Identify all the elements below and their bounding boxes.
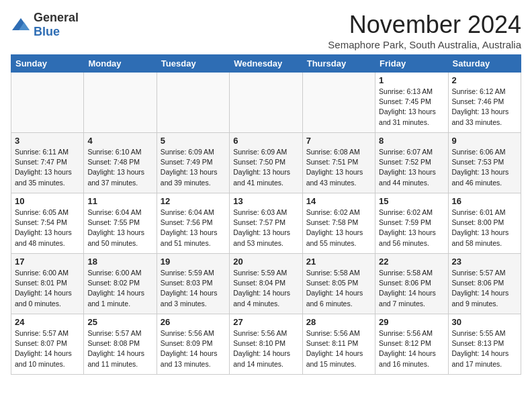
day-info: Sunrise: 6:09 AMSunset: 7:49 PMDaylight:… [161, 147, 226, 188]
day-cell: 14Sunrise: 6:02 AMSunset: 7:58 PMDayligh… [302, 193, 375, 254]
col-header-thursday: Thursday [302, 55, 375, 73]
day-info: Sunrise: 5:57 AMSunset: 8:06 PMDaylight:… [452, 268, 517, 309]
day-info: Sunrise: 6:00 AMSunset: 8:01 PMDaylight:… [15, 268, 80, 309]
week-row-2: 3Sunrise: 6:11 AMSunset: 7:47 PMDaylight… [11, 133, 521, 193]
day-cell: 9Sunrise: 6:06 AMSunset: 7:53 PMDaylight… [448, 133, 521, 193]
day-number: 10 [15, 196, 80, 206]
day-info: Sunrise: 6:00 AMSunset: 8:02 PMDaylight:… [87, 268, 152, 309]
day-number: 18 [87, 257, 152, 267]
col-header-saturday: Saturday [448, 55, 521, 73]
logo: General Blue [11, 11, 79, 39]
day-number: 28 [306, 317, 371, 327]
day-info: Sunrise: 5:59 AMSunset: 8:04 PMDaylight:… [233, 268, 298, 309]
day-number: 8 [379, 136, 444, 146]
day-number: 16 [452, 196, 517, 206]
day-cell: 16Sunrise: 6:01 AMSunset: 8:00 PMDayligh… [448, 193, 521, 254]
day-info: Sunrise: 5:58 AMSunset: 8:06 PMDaylight:… [379, 268, 444, 309]
day-info: Sunrise: 6:08 AMSunset: 7:51 PMDaylight:… [306, 147, 371, 188]
day-number: 27 [233, 317, 298, 327]
day-cell: 20Sunrise: 5:59 AMSunset: 8:04 PMDayligh… [230, 254, 302, 314]
day-cell: 12Sunrise: 6:04 AMSunset: 7:56 PMDayligh… [157, 193, 229, 254]
day-cell [302, 73, 375, 133]
day-info: Sunrise: 5:58 AMSunset: 8:05 PMDaylight:… [306, 268, 371, 309]
day-cell: 1Sunrise: 6:13 AMSunset: 7:45 PMDaylight… [375, 73, 448, 133]
day-cell: 10Sunrise: 6:05 AMSunset: 7:54 PMDayligh… [11, 193, 84, 254]
day-cell: 18Sunrise: 6:00 AMSunset: 8:02 PMDayligh… [84, 254, 157, 314]
col-header-sunday: Sunday [11, 55, 84, 73]
day-cell: 22Sunrise: 5:58 AMSunset: 8:06 PMDayligh… [375, 254, 448, 314]
logo-general: General [34, 11, 79, 24]
day-info: Sunrise: 6:09 AMSunset: 7:50 PMDaylight:… [233, 147, 298, 188]
header-row: SundayMondayTuesdayWednesdayThursdayFrid… [11, 55, 521, 73]
day-number: 30 [452, 317, 517, 327]
day-number: 7 [306, 136, 371, 146]
main-title: November 2024 [328, 11, 521, 39]
week-row-4: 17Sunrise: 6:00 AMSunset: 8:01 PMDayligh… [11, 254, 521, 314]
day-number: 3 [15, 136, 80, 146]
day-cell [11, 73, 84, 133]
logo-blue: Blue [34, 25, 60, 38]
day-cell: 6Sunrise: 6:09 AMSunset: 7:50 PMDaylight… [230, 133, 302, 193]
day-number: 23 [452, 257, 517, 267]
day-info: Sunrise: 6:01 AMSunset: 8:00 PMDaylight:… [452, 208, 517, 248]
day-cell: 29Sunrise: 5:56 AMSunset: 8:12 PMDayligh… [375, 314, 448, 375]
day-info: Sunrise: 5:57 AMSunset: 8:08 PMDaylight:… [87, 328, 152, 369]
day-info: Sunrise: 6:12 AMSunset: 7:46 PMDaylight:… [452, 87, 517, 128]
day-cell [230, 73, 302, 133]
day-cell: 7Sunrise: 6:08 AMSunset: 7:51 PMDaylight… [302, 133, 375, 193]
day-info: Sunrise: 6:07 AMSunset: 7:52 PMDaylight:… [379, 147, 444, 188]
day-number: 6 [233, 136, 298, 146]
day-cell: 11Sunrise: 6:04 AMSunset: 7:55 PMDayligh… [84, 193, 157, 254]
day-number: 14 [306, 196, 371, 206]
day-info: Sunrise: 6:04 AMSunset: 7:56 PMDaylight:… [161, 208, 226, 248]
day-cell: 3Sunrise: 6:11 AMSunset: 7:47 PMDaylight… [11, 133, 84, 193]
day-cell: 4Sunrise: 6:10 AMSunset: 7:48 PMDaylight… [84, 133, 157, 193]
day-number: 2 [452, 75, 517, 85]
day-cell: 27Sunrise: 5:56 AMSunset: 8:10 PMDayligh… [230, 314, 302, 375]
day-number: 12 [161, 196, 226, 206]
day-number: 4 [87, 136, 152, 146]
day-number: 9 [452, 136, 517, 146]
day-info: Sunrise: 5:56 AMSunset: 8:12 PMDaylight:… [379, 328, 444, 369]
day-info: Sunrise: 5:57 AMSunset: 8:07 PMDaylight:… [15, 328, 80, 369]
day-cell: 28Sunrise: 5:56 AMSunset: 8:11 PMDayligh… [302, 314, 375, 375]
day-info: Sunrise: 6:13 AMSunset: 7:45 PMDaylight:… [379, 87, 444, 128]
day-number: 20 [233, 257, 298, 267]
col-header-tuesday: Tuesday [157, 55, 229, 73]
calendar-table: SundayMondayTuesdayWednesdayThursdayFrid… [11, 54, 521, 375]
col-header-wednesday: Wednesday [230, 55, 302, 73]
subtitle: Semaphore Park, South Australia, Austral… [328, 39, 521, 50]
week-row-1: 1Sunrise: 6:13 AMSunset: 7:45 PMDaylight… [11, 73, 521, 133]
day-cell [157, 73, 229, 133]
day-number: 17 [15, 257, 80, 267]
day-info: Sunrise: 5:55 AMSunset: 8:13 PMDaylight:… [452, 328, 517, 369]
header: General Blue November 2024 Semaphore Par… [11, 11, 521, 50]
day-info: Sunrise: 5:56 AMSunset: 8:11 PMDaylight:… [306, 328, 371, 369]
col-header-friday: Friday [375, 55, 448, 73]
day-cell: 5Sunrise: 6:09 AMSunset: 7:49 PMDaylight… [157, 133, 229, 193]
day-info: Sunrise: 6:04 AMSunset: 7:55 PMDaylight:… [87, 208, 152, 248]
day-cell: 25Sunrise: 5:57 AMSunset: 8:08 PMDayligh… [84, 314, 157, 375]
day-number: 13 [233, 196, 298, 206]
day-number: 24 [15, 317, 80, 327]
col-header-monday: Monday [84, 55, 157, 73]
day-cell: 26Sunrise: 5:56 AMSunset: 8:09 PMDayligh… [157, 314, 229, 375]
day-cell: 13Sunrise: 6:03 AMSunset: 7:57 PMDayligh… [230, 193, 302, 254]
day-cell: 17Sunrise: 6:00 AMSunset: 8:01 PMDayligh… [11, 254, 84, 314]
day-info: Sunrise: 5:56 AMSunset: 8:09 PMDaylight:… [161, 328, 226, 369]
day-number: 29 [379, 317, 444, 327]
day-number: 15 [379, 196, 444, 206]
day-info: Sunrise: 6:02 AMSunset: 7:59 PMDaylight:… [379, 208, 444, 248]
day-number: 19 [161, 257, 226, 267]
day-info: Sunrise: 6:10 AMSunset: 7:48 PMDaylight:… [87, 147, 152, 188]
day-number: 21 [306, 257, 371, 267]
day-info: Sunrise: 6:03 AMSunset: 7:57 PMDaylight:… [233, 208, 298, 248]
day-cell: 15Sunrise: 6:02 AMSunset: 7:59 PMDayligh… [375, 193, 448, 254]
day-number: 1 [379, 75, 444, 85]
day-info: Sunrise: 6:06 AMSunset: 7:53 PMDaylight:… [452, 147, 517, 188]
day-cell: 23Sunrise: 5:57 AMSunset: 8:06 PMDayligh… [448, 254, 521, 314]
day-number: 22 [379, 257, 444, 267]
day-cell: 24Sunrise: 5:57 AMSunset: 8:07 PMDayligh… [11, 314, 84, 375]
logo-text: General Blue [34, 11, 79, 39]
day-cell: 21Sunrise: 5:58 AMSunset: 8:05 PMDayligh… [302, 254, 375, 314]
